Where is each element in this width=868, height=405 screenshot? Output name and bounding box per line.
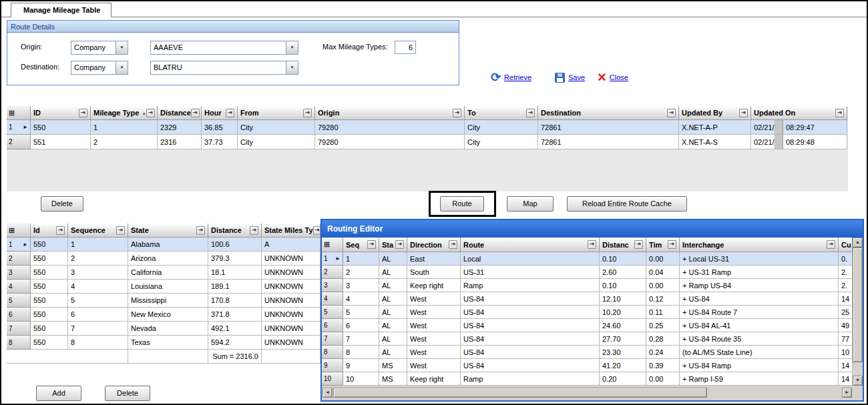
grid-cell[interactable]: + US-31 Ramp (680, 266, 839, 279)
column-pin-icon[interactable]: ⇥ (827, 240, 835, 249)
grid-cell[interactable]: City (465, 120, 538, 135)
grid-cell[interactable]: 49 (839, 319, 853, 332)
grid-cell[interactable]: 10 (839, 346, 853, 359)
column-pin-icon[interactable]: ⇥ (395, 240, 404, 249)
grid-cell[interactable]: West (407, 319, 461, 332)
chevron-down-icon[interactable]: ▼ (286, 61, 298, 74)
column-header[interactable]: Sta⇥ (379, 238, 407, 252)
grid-cell[interactable]: 24.60 (600, 319, 646, 332)
retrieve-link[interactable]: ⟳ Retrieve (491, 70, 531, 85)
grid-cell[interactable]: US-84 (461, 332, 600, 346)
grid-cell[interactable]: 379.3 (208, 252, 262, 266)
grid-cell[interactable]: New Mexico (128, 308, 208, 322)
grid-cell[interactable]: Nevada (128, 322, 208, 336)
scroll-right-icon[interactable]: ► (842, 388, 852, 398)
table-row[interactable]: 1►5501232936.85City79280City72861X.NET-A… (7, 120, 848, 135)
grid-cell[interactable]: UNKNOWN (262, 280, 320, 294)
row-header[interactable]: 1► (7, 238, 31, 252)
grid-cell[interactable]: US-84 (461, 319, 600, 332)
column-header[interactable]: Sequence⇥ (68, 224, 128, 238)
grid-cell[interactable]: 6 (343, 319, 379, 332)
grid-cell[interactable]: 7 (343, 332, 379, 346)
column-pin-icon[interactable]: ⇥ (739, 109, 748, 117)
grid-cell[interactable]: 0.00 (646, 279, 680, 292)
grid-cell[interactable]: City (465, 135, 538, 149)
grid-cell[interactable]: 551 (31, 135, 91, 149)
destination-value-combo[interactable]: BLATRU ▼ (150, 61, 298, 75)
grid-cell[interactable]: 18.1 (208, 266, 262, 280)
table-row[interactable]: 1010MSKeep rightRamp0.200.00+ Ramp I-591… (322, 372, 853, 386)
column-header[interactable]: Distance⇥ (158, 106, 202, 120)
grid-cell[interactable]: US-84 (461, 306, 600, 319)
grid-cell[interactable]: 3 (343, 279, 379, 292)
grid-cell[interactable]: 100.6 (208, 238, 262, 252)
table-row[interactable]: 44ALWestUS-8412.100.12+ US-8414 (322, 292, 853, 306)
route-button[interactable]: Route (440, 196, 484, 212)
grid-cell[interactable]: 1 (343, 252, 379, 266)
grid-cell[interactable]: + US-84 Route 35 (680, 332, 839, 346)
grid-cell[interactable]: 492.1 (208, 322, 262, 336)
grid-cell[interactable]: Ramp (461, 279, 600, 292)
grid-cell[interactable]: 2 (68, 252, 128, 266)
column-header[interactable]: Cu (839, 238, 853, 252)
grid-cell[interactable]: MS (379, 372, 407, 386)
row-header[interactable]: 5 (322, 306, 343, 319)
grid-cell[interactable]: 550 (31, 238, 68, 252)
column-pin-icon[interactable]: ⇥ (835, 109, 844, 117)
table-row[interactable]: 1►1ALEastLocal0.100.00+ Local US-310. (322, 252, 853, 266)
grid-cell[interactable]: AL (379, 332, 407, 346)
grid-cell[interactable]: 8 (343, 346, 379, 359)
grid-cell[interactable]: 189.1 (208, 280, 262, 294)
grid-cell[interactable]: + US-84 Ramp (680, 359, 839, 372)
grid-cell[interactable]: 14 (839, 372, 853, 386)
horizontal-scrollbar[interactable]: ◄ ► (322, 386, 863, 400)
grid-cell[interactable]: US-84 (461, 292, 600, 306)
close-link[interactable]: × Close (598, 70, 628, 85)
grid-cell[interactable]: 4 (68, 280, 128, 294)
column-header[interactable]: Id⇥ (31, 224, 68, 238)
row-header[interactable]: 1► (322, 252, 343, 266)
vertical-scrollbar[interactable]: ▲ ▼ (853, 238, 863, 386)
grid-cell[interactable]: US-84 (461, 346, 600, 359)
table-row[interactable]: 55ALWestUS-8410.200.11+ US-84 Route 725 (322, 306, 853, 319)
grid-cell[interactable]: West (407, 359, 461, 372)
grid-cell[interactable]: + Local US-31 (680, 252, 839, 266)
grid-cell[interactable]: 550 (31, 252, 68, 266)
grid-cell[interactable]: 79280 (315, 135, 465, 149)
grid-cell[interactable]: + US-84 Route 7 (680, 306, 839, 319)
grid-cell[interactable]: 0. (839, 252, 853, 266)
grid-cell[interactable]: 9 (343, 359, 379, 372)
grid-cell[interactable]: Mississippi (128, 294, 208, 308)
row-header[interactable]: 9 (322, 359, 343, 372)
grid-cell[interactable]: + US-84 (680, 292, 839, 306)
scroll-up-icon[interactable]: ▲ (853, 238, 863, 248)
row-header[interactable]: 7 (322, 332, 343, 346)
reload-route-cache-button[interactable]: Reload Entire Route Cache (567, 196, 687, 212)
grid-cell[interactable]: 10.20 (600, 306, 646, 319)
grid-corner-cell[interactable]: ⊞ (322, 238, 343, 252)
grid-cell[interactable]: 25 (839, 306, 853, 319)
grid-cell[interactable]: 550 (31, 294, 68, 308)
grid-cell[interactable]: 594.2 (208, 336, 262, 350)
grid-cell[interactable]: 2316 (158, 135, 202, 149)
grid-cell[interactable]: 2329 (158, 120, 202, 135)
grid-cell[interactable]: 2. (839, 266, 853, 279)
grid-cell[interactable]: US-31 (461, 266, 600, 279)
delete-button-bottom[interactable]: Delete (105, 386, 150, 401)
grid-cell[interactable]: AL (379, 266, 407, 279)
row-header[interactable]: 1► (7, 120, 31, 135)
grid-cell[interactable]: Keep right (407, 372, 461, 386)
grid-cell[interactable]: AL (379, 292, 407, 306)
grid-cell[interactable]: 36.85 (202, 120, 238, 135)
grid-cell[interactable]: 0.39 (646, 359, 680, 372)
grid-cell[interactable]: West (407, 332, 461, 346)
row-header[interactable]: 8 (7, 336, 31, 350)
column-pin-icon[interactable]: ⇥ (526, 109, 535, 117)
column-header[interactable]: State⇥ (128, 224, 208, 238)
add-button[interactable]: Add (36, 386, 81, 401)
grid-cell[interactable]: (to AL/MS State Line) (680, 346, 839, 359)
grid-cell[interactable]: West (407, 306, 461, 319)
column-header[interactable]: ID⇥ (31, 106, 91, 120)
column-pin-icon[interactable]: ⇥ (191, 109, 200, 117)
grid-cell[interactable]: 170.8 (208, 294, 262, 308)
